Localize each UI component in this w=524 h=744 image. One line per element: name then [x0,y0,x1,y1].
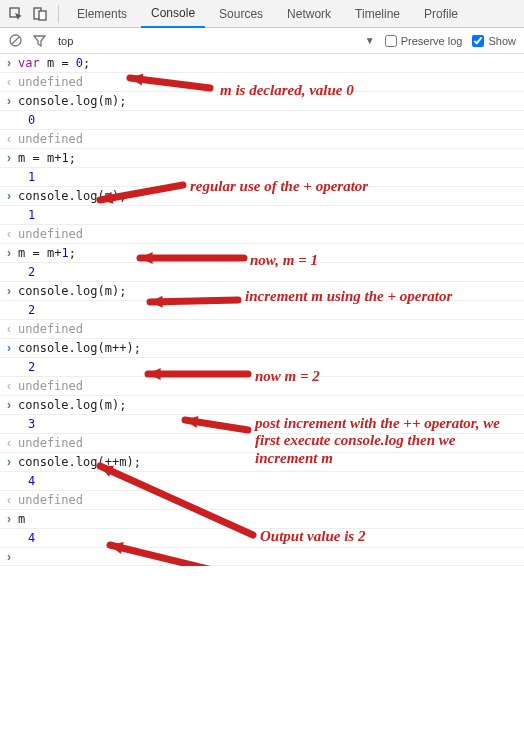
console-toolbar: top ▼ Preserve log Show [0,28,524,54]
tab-timeline[interactable]: Timeline [345,0,410,28]
console-line-content: undefined [18,379,83,393]
console-row: m = m+1; [0,244,524,263]
console-row: console.log(m); [0,282,524,301]
console-row: undefined [0,73,524,92]
result-marker-icon [4,75,14,89]
console-row: 4 [0,472,524,491]
console-line-content: 2 [28,360,35,374]
result-marker-icon [4,493,14,507]
console-row: var m = 0; [0,54,524,73]
console-row: undefined [0,130,524,149]
preserve-log-checkbox[interactable] [385,35,397,47]
chevron-down-icon[interactable]: ▼ [365,35,375,46]
show-checkbox[interactable] [472,35,484,47]
result-marker-icon [4,379,14,393]
console-line-content: 3 [28,417,35,431]
console-row [0,548,524,566]
result-marker-icon [4,227,14,241]
result-marker-icon [4,322,14,336]
console-line-content: 4 [28,531,35,545]
preserve-log-toggle[interactable]: Preserve log [385,35,463,47]
tab-elements[interactable]: Elements [67,0,137,28]
console-row: console.log(++m); [0,453,524,472]
devtools-tabbar: Elements Console Sources Network Timelin… [0,0,524,28]
console-row: m = m+1; [0,149,524,168]
console-row: undefined [0,320,524,339]
input-marker-icon [4,398,14,412]
input-marker-icon [4,56,14,70]
console-line-content: 4 [28,474,35,488]
console-row: 2 [0,301,524,320]
console-row: console.log(m++); [0,339,524,358]
inspect-icon[interactable] [6,4,26,24]
tab-sources[interactable]: Sources [209,0,273,28]
tab-network[interactable]: Network [277,0,341,28]
svg-line-4 [12,37,19,44]
input-marker-icon [4,512,14,526]
console-row: 3 [0,415,524,434]
console-line-content: undefined [18,493,83,507]
tab-console[interactable]: Console [141,0,205,28]
input-marker-icon [4,246,14,260]
console-line-content: undefined [18,227,83,241]
console-line-content: console.log(++m); [18,455,141,469]
console-row: console.log(m); [0,92,524,111]
console-line-content: var m = 0; [18,56,90,70]
input-marker-icon [4,455,14,469]
show-toggle[interactable]: Show [472,35,516,47]
console-row: 2 [0,263,524,282]
console-row: console.log(m); [0,396,524,415]
console-row: m [0,510,524,529]
separator [58,5,59,23]
result-marker-icon [4,436,14,450]
console-line-content: console.log(m++); [18,341,141,355]
console-line-content: console.log(m); [18,398,126,412]
console-row: console.log(m); [0,187,524,206]
console-line-content: undefined [18,75,83,89]
preserve-log-label: Preserve log [401,35,463,47]
context-selector[interactable]: top [58,35,73,47]
input-marker-icon [4,94,14,108]
tab-profiles[interactable]: Profile [414,0,468,28]
console-row: 1 [0,168,524,187]
console-line-content: console.log(m); [18,189,126,203]
console-line-content: console.log(m); [18,284,126,298]
filter-icon[interactable] [32,34,46,48]
console-line-content: undefined [18,322,83,336]
console-line-content: m = m+1; [18,246,76,260]
console-line-content: undefined [18,436,83,450]
console-row: 4 [0,529,524,548]
input-marker-icon [4,189,14,203]
console-row: undefined [0,225,524,244]
console-row: 1 [0,206,524,225]
console-row: undefined [0,434,524,453]
svg-rect-2 [39,11,46,20]
console-row: 2 [0,358,524,377]
console-line-content: 2 [28,265,35,279]
console-row: 0 [0,111,524,130]
console-line-content: 0 [28,113,35,127]
result-marker-icon [4,132,14,146]
console-line-content: m = m+1; [18,151,76,165]
console-line-content: 1 [28,208,35,222]
console-line-content: 2 [28,303,35,317]
console-line-content: undefined [18,132,83,146]
console-line-content: console.log(m); [18,94,126,108]
console-line-content: 1 [28,170,35,184]
input-marker-icon [4,341,14,355]
clear-console-icon[interactable] [8,34,22,48]
input-marker-icon [4,550,14,564]
console-output[interactable]: var m = 0;undefinedconsole.log(m);0undef… [0,54,524,566]
console-row: undefined [0,377,524,396]
console-line-content: m [18,512,25,526]
show-label: Show [488,35,516,47]
device-icon[interactable] [30,4,50,24]
input-marker-icon [4,151,14,165]
input-marker-icon [4,284,14,298]
console-row: undefined [0,491,524,510]
